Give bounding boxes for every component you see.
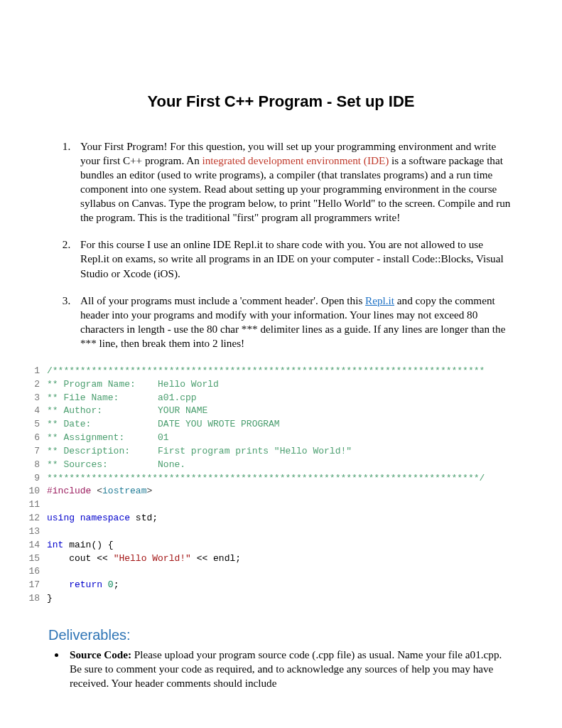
- line-number: 3: [20, 392, 47, 405]
- code-line: 4** Author: YOUR NAME: [20, 405, 514, 418]
- instruction-item-1: Your First Program! For this question, y…: [73, 139, 514, 225]
- code-line: 1/**************************************…: [20, 365, 514, 378]
- code-line: 10#include <iostream>: [20, 485, 514, 498]
- document-page: Your First C++ Program - Set up IDE Your…: [0, 0, 562, 719]
- line-number: 13: [20, 525, 47, 539]
- page-title: Your First C++ Program - Set up IDE: [48, 92, 514, 111]
- line-number: 7: [20, 445, 47, 459]
- code-line: 13: [20, 525, 514, 539]
- line-number: 8: [20, 459, 47, 472]
- code-line: 3** File Name: a01.cpp: [20, 392, 514, 405]
- replit-link[interactable]: Repl.it: [365, 294, 394, 306]
- instruction-item-3: All of your programs must include a 'com…: [73, 294, 514, 350]
- deliverables-list: Source Code: Please upload your program …: [48, 648, 514, 690]
- code-block: 1/**************************************…: [20, 365, 514, 606]
- code-line: 14int main() {: [20, 539, 514, 552]
- line-number: 2: [20, 378, 47, 392]
- text-segment: For this course I use an online IDE Repl…: [80, 238, 504, 279]
- instruction-item-2: For this course I use an online IDE Repl…: [73, 237, 514, 280]
- deliverable-text: Please upload your program source code (…: [70, 648, 502, 689]
- text-segment: All of your programs must include a 'com…: [80, 294, 365, 306]
- line-number: 12: [20, 512, 47, 525]
- code-line: 2** Program Name: Hello World: [20, 378, 514, 392]
- code-line: 12using namespace std;: [20, 512, 514, 525]
- code-line: 6** Assignment: 01: [20, 432, 514, 445]
- code-line: 7** Description: First program prints "H…: [20, 445, 514, 459]
- code-line: 15 cout << "Hello World!" << endl;: [20, 552, 514, 566]
- line-number: 5: [20, 418, 47, 432]
- line-number: 14: [20, 539, 47, 552]
- deliverables-heading: Deliverables:: [48, 627, 514, 643]
- deliverable-item: Source Code: Please upload your program …: [66, 648, 514, 690]
- instructions-list: Your First Program! For this question, y…: [48, 139, 514, 350]
- code-line: 11: [20, 498, 514, 512]
- line-number: 6: [20, 432, 47, 445]
- code-line: 18}: [20, 592, 514, 606]
- code-line: 16: [20, 565, 514, 579]
- line-number: 9: [20, 472, 47, 486]
- line-number: 16: [20, 565, 47, 579]
- line-number: 4: [20, 405, 47, 418]
- line-number: 17: [20, 579, 47, 592]
- line-number: 18: [20, 592, 47, 606]
- line-number: 10: [20, 485, 47, 498]
- code-line: 9***************************************…: [20, 472, 514, 486]
- code-line: 17 return 0;: [20, 579, 514, 592]
- line-number: 1: [20, 365, 47, 378]
- deliverable-label: Source Code:: [70, 648, 131, 660]
- code-line: 8** Sources: None.: [20, 459, 514, 472]
- line-number: 11: [20, 498, 47, 512]
- line-number: 15: [20, 552, 47, 566]
- ide-link[interactable]: integrated development environment (IDE): [202, 154, 389, 166]
- code-line: 5** Date: DATE YOU WROTE PROGRAM: [20, 418, 514, 432]
